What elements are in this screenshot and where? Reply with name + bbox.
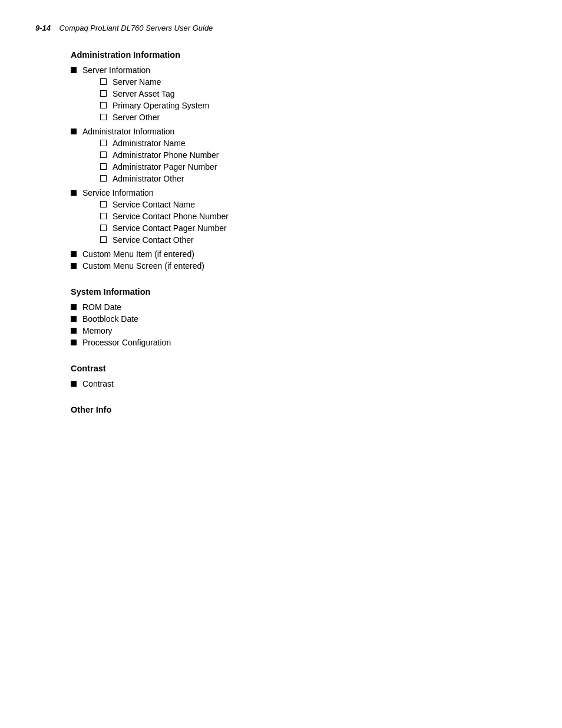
sub-list-item: Service Contact Phone Number: [100, 212, 229, 221]
section-title-admin-info: Administration Information: [71, 50, 527, 60]
checkbox-icon: [100, 201, 107, 207]
list-item-content: Custom Menu Item (if entered): [82, 249, 194, 259]
checkbox-icon: [100, 236, 107, 243]
bullet-list-contrast: Contrast: [71, 379, 527, 388]
section-admin-info: Administration InformationServer Informa…: [71, 50, 527, 271]
list-item-content: Administrator InformationAdministrator N…: [82, 127, 219, 186]
sub-list-item-label: Service Contact Phone Number: [113, 212, 229, 221]
bullet-square-icon: [71, 316, 77, 322]
checkbox-icon: [100, 175, 107, 182]
main-content: Administration InformationServer Informa…: [71, 50, 527, 414]
sub-list-item: Server Asset Tag: [100, 89, 209, 98]
sub-list-item: Administrator Phone Number: [100, 150, 219, 160]
list-item-content: Bootblock Date: [82, 314, 138, 324]
list-item-content: ROM Date: [82, 302, 121, 312]
sub-list-item-label: Service Contact Pager Number: [113, 223, 227, 233]
list-item: Service InformationService Contact NameS…: [71, 188, 527, 247]
list-item-content: Memory: [82, 326, 113, 335]
list-item-content: Server InformationServer NameServer Asse…: [82, 65, 209, 124]
sub-list-item-label: Administrator Name: [113, 139, 186, 148]
sub-list-item: Administrator Other: [100, 174, 219, 183]
checkbox-icon: [100, 151, 107, 158]
sub-list-item: Server Other: [100, 113, 209, 122]
checkbox-icon: [100, 225, 107, 231]
list-item-label: Server Information: [82, 65, 150, 75]
list-item: Contrast: [71, 379, 527, 388]
bullet-square-icon: [71, 328, 77, 334]
bullet-square-icon: [71, 263, 77, 269]
list-item: Server InformationServer NameServer Asse…: [71, 65, 527, 124]
checkbox-icon: [100, 90, 107, 97]
sub-list-item-label: Administrator Pager Number: [113, 162, 217, 172]
sub-list-item: Administrator Pager Number: [100, 162, 219, 172]
section-system-info: System InformationROM DateBootblock Date…: [71, 287, 527, 347]
list-item-content: Service InformationService Contact NameS…: [82, 188, 229, 247]
section-title-system-info: System Information: [71, 287, 527, 297]
page-title: Compaq ProLiant DL760 Servers User Guide: [59, 24, 213, 32]
list-item: Custom Menu Item (if entered): [71, 249, 527, 259]
list-item-content: Custom Menu Screen (if entered): [82, 261, 204, 271]
list-item: Administrator InformationAdministrator N…: [71, 127, 527, 186]
page-number: 9-14: [35, 24, 51, 32]
sub-list-item: Primary Operating System: [100, 101, 209, 110]
section-title-contrast: Contrast: [71, 364, 527, 373]
section-title-other-info: Other Info: [71, 405, 527, 414]
bullet-square-icon: [71, 340, 77, 345]
sub-list-item-label: Server Name: [113, 77, 161, 87]
section-other-info: Other Info: [71, 405, 527, 414]
bullet-square-icon: [71, 129, 77, 134]
sub-list-item: Service Contact Name: [100, 200, 229, 209]
list-item-label: Bootblock Date: [82, 314, 138, 324]
list-item-label: ROM Date: [82, 302, 121, 312]
list-item: Memory: [71, 326, 527, 335]
list-item: Processor Configuration: [71, 338, 527, 347]
sub-list: Server NameServer Asset TagPrimary Opera…: [100, 77, 209, 122]
sub-list-item: Administrator Name: [100, 139, 219, 148]
list-item-label: Processor Configuration: [82, 338, 171, 347]
sub-list-item: Service Contact Pager Number: [100, 223, 229, 233]
list-item-label: Administrator Information: [82, 127, 174, 136]
checkbox-icon: [100, 78, 107, 85]
checkbox-icon: [100, 163, 107, 170]
page-header: 9-14 Compaq ProLiant DL760 Servers User …: [35, 24, 527, 32]
bullet-square-icon: [71, 381, 77, 387]
list-item-label: Contrast: [82, 379, 114, 388]
sub-list-item: Server Name: [100, 77, 209, 87]
sub-list: Service Contact NameService Contact Phon…: [100, 200, 229, 245]
page: 9-14 Compaq ProLiant DL760 Servers User …: [0, 0, 562, 728]
list-item-label: Service Information: [82, 188, 154, 197]
list-item: Custom Menu Screen (if entered): [71, 261, 527, 271]
checkbox-icon: [100, 114, 107, 120]
bullet-square-icon: [71, 251, 77, 257]
sub-list-item-label: Service Contact Other: [113, 235, 194, 245]
list-item-label: Custom Menu Item (if entered): [82, 249, 194, 259]
section-contrast: ContrastContrast: [71, 364, 527, 388]
bullet-square-icon: [71, 67, 77, 73]
list-item: ROM Date: [71, 302, 527, 312]
bullet-list-admin-info: Server InformationServer NameServer Asse…: [71, 65, 527, 271]
checkbox-icon: [100, 102, 107, 108]
list-item-content: Contrast: [82, 379, 114, 388]
list-item-label: Custom Menu Screen (if entered): [82, 261, 204, 271]
sub-list-item-label: Server Asset Tag: [113, 89, 175, 98]
list-item: Bootblock Date: [71, 314, 527, 324]
bullet-square-icon: [71, 304, 77, 310]
sub-list-item: Service Contact Other: [100, 235, 229, 245]
list-item-content: Processor Configuration: [82, 338, 171, 347]
bullet-square-icon: [71, 190, 77, 196]
sub-list-item-label: Service Contact Name: [113, 200, 195, 209]
sub-list: Administrator NameAdministrator Phone Nu…: [100, 139, 219, 183]
sub-list-item-label: Administrator Phone Number: [113, 150, 219, 160]
checkbox-icon: [100, 140, 107, 146]
checkbox-icon: [100, 213, 107, 219]
sub-list-item-label: Administrator Other: [113, 174, 184, 183]
sub-list-item-label: Server Other: [113, 113, 160, 122]
list-item-label: Memory: [82, 326, 113, 335]
bullet-list-system-info: ROM DateBootblock DateMemoryProcessor Co…: [71, 302, 527, 347]
sub-list-item-label: Primary Operating System: [113, 101, 209, 110]
